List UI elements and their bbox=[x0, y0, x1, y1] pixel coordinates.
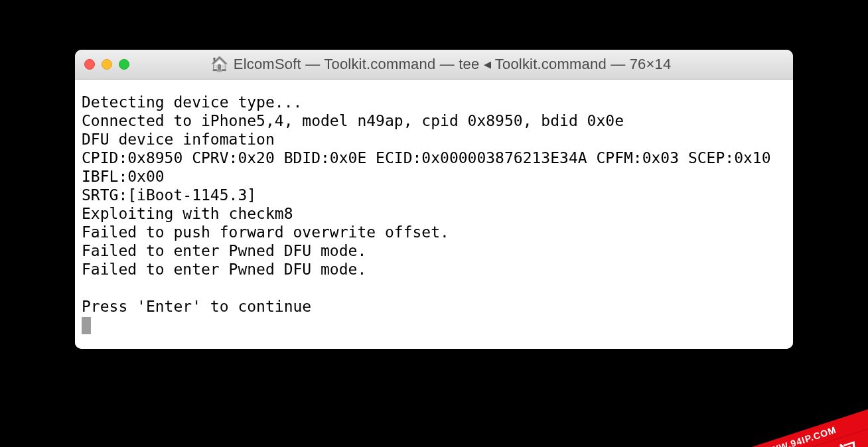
terminal-cursor-line bbox=[82, 316, 786, 334]
terminal-line: Failed to enter Pwned DFU mode. bbox=[82, 241, 786, 260]
terminal-line: Connected to iPhone5,4, model n49ap, cpi… bbox=[82, 111, 786, 130]
terminal-line: Exploiting with checkm8 bbox=[82, 204, 786, 223]
terminal-line: SRTG:[iBoot-1145.3] bbox=[82, 186, 786, 204]
minimize-button[interactable] bbox=[102, 59, 112, 70]
terminal-cursor bbox=[82, 317, 91, 334]
terminal-line: Failed to enter Pwned DFU mode. bbox=[82, 260, 786, 279]
watermark-url: WWW.94IP.COM bbox=[689, 398, 868, 447]
terminal-window: 🏠 ElcomSoft — Toolkit.command — tee ◂ To… bbox=[75, 50, 793, 349]
window-title: ElcomSoft — Toolkit.command — tee ◂ Tool… bbox=[234, 56, 672, 73]
terminal-line: Press 'Enter' to continue bbox=[82, 297, 786, 316]
terminal-body[interactable]: Detecting device type...Connected to iPh… bbox=[75, 80, 793, 349]
title-bar: 🏠 ElcomSoft — Toolkit.command — tee ◂ To… bbox=[75, 50, 793, 80]
home-icon: 🏠 bbox=[210, 57, 228, 72]
terminal-line: DFU device infomation bbox=[82, 130, 786, 149]
terminal-line: Detecting device type... bbox=[82, 93, 786, 111]
close-button[interactable] bbox=[84, 59, 95, 70]
terminal-output: Detecting device type...Connected to iPh… bbox=[82, 93, 786, 334]
terminal-line: IBFL:0x00 bbox=[82, 167, 786, 186]
watermark-banner: WWW.94IP.COM IT运维空间 bbox=[678, 366, 868, 447]
zoom-button[interactable] bbox=[119, 59, 129, 70]
window-title-group: 🏠 ElcomSoft — Toolkit.command — tee ◂ To… bbox=[139, 56, 743, 73]
terminal-line bbox=[82, 279, 786, 297]
terminal-line: CPID:0x8950 CPRV:0x20 BDID:0x0E ECID:0x0… bbox=[82, 149, 786, 167]
watermark-brand: IT运维空间 bbox=[694, 416, 868, 447]
traffic-lights bbox=[84, 59, 129, 70]
terminal-line: Failed to push forward overwrite offset. bbox=[82, 223, 786, 241]
